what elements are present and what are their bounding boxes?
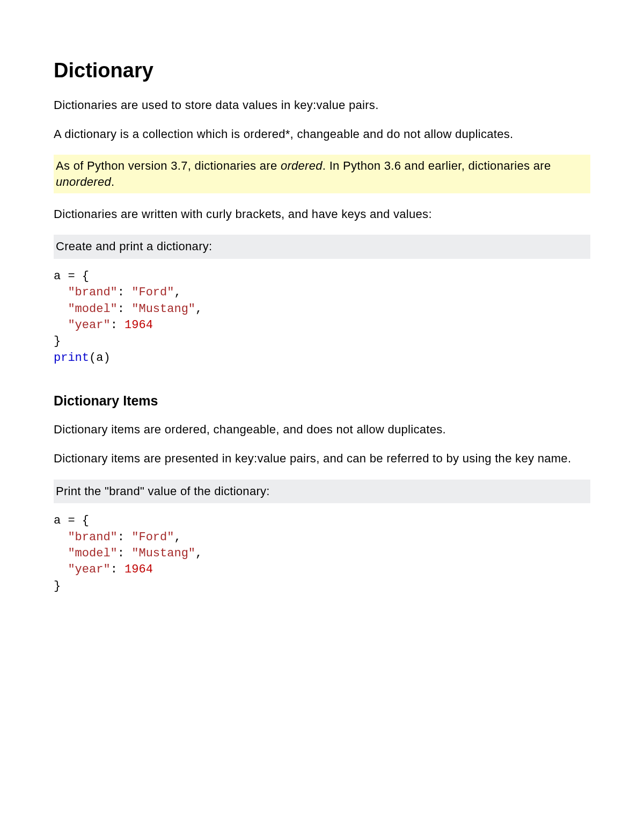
code-text: : <box>118 302 131 316</box>
code-text: a = { <box>54 514 89 527</box>
note-callout: As of Python version 3.7, dictionaries a… <box>54 155 590 193</box>
code-number: 1964 <box>125 563 153 576</box>
code-text: a = { <box>54 270 89 283</box>
code-text <box>54 302 68 316</box>
code-block: a = { "brand": "Ford", "model": "Mustang… <box>54 513 590 594</box>
code-text <box>54 286 68 299</box>
note-text: . In Python 3.6 and earlier, dictionarie… <box>323 159 551 172</box>
code-text: , <box>174 286 181 299</box>
note-text: As of Python version 3.7, dictionaries a… <box>56 159 281 172</box>
code-text: } <box>54 335 61 348</box>
code-text: : <box>111 318 125 332</box>
code-text: (a) <box>89 351 111 365</box>
code-block: a = { "brand": "Ford", "model": "Mustang… <box>54 269 590 366</box>
code-text: , <box>195 302 202 316</box>
code-string: "Mustang" <box>131 547 195 560</box>
code-text <box>54 547 68 560</box>
code-text: : <box>111 563 125 576</box>
note-italic: ordered <box>281 159 323 172</box>
code-string: "year" <box>68 563 110 576</box>
code-text: : <box>118 547 131 560</box>
code-text <box>54 531 68 544</box>
section-heading: Dictionary Items <box>54 393 590 409</box>
code-text: } <box>54 579 61 593</box>
code-string: "Ford" <box>131 286 174 299</box>
note-italic: unordered <box>56 175 111 188</box>
code-text: , <box>174 531 181 544</box>
page-title: Dictionary <box>54 59 590 82</box>
code-text: , <box>195 547 202 560</box>
code-text <box>54 318 68 332</box>
code-text <box>54 563 68 576</box>
code-string: "brand" <box>68 531 117 544</box>
code-text: : <box>118 531 131 544</box>
code-func: print <box>54 351 89 365</box>
code-string: "brand" <box>68 286 117 299</box>
paragraph: Dictionary items are presented in key:va… <box>54 451 590 467</box>
code-string: "year" <box>68 318 110 332</box>
code-number: 1964 <box>125 318 153 332</box>
paragraph: Dictionaries are used to store data valu… <box>54 97 590 113</box>
code-string: "Ford" <box>131 531 174 544</box>
code-string: "Mustang" <box>131 302 195 316</box>
code-string: "model" <box>68 302 117 316</box>
code-text: : <box>118 286 131 299</box>
note-text: . <box>111 175 114 188</box>
paragraph: A dictionary is a collection which is or… <box>54 126 590 142</box>
example-label: Print the "brand" value of the dictionar… <box>54 480 590 504</box>
example-label: Create and print a dictionary: <box>54 235 590 259</box>
paragraph: Dictionaries are written with curly brac… <box>54 206 590 222</box>
code-string: "model" <box>68 547 117 560</box>
paragraph: Dictionary items are ordered, changeable… <box>54 422 590 438</box>
